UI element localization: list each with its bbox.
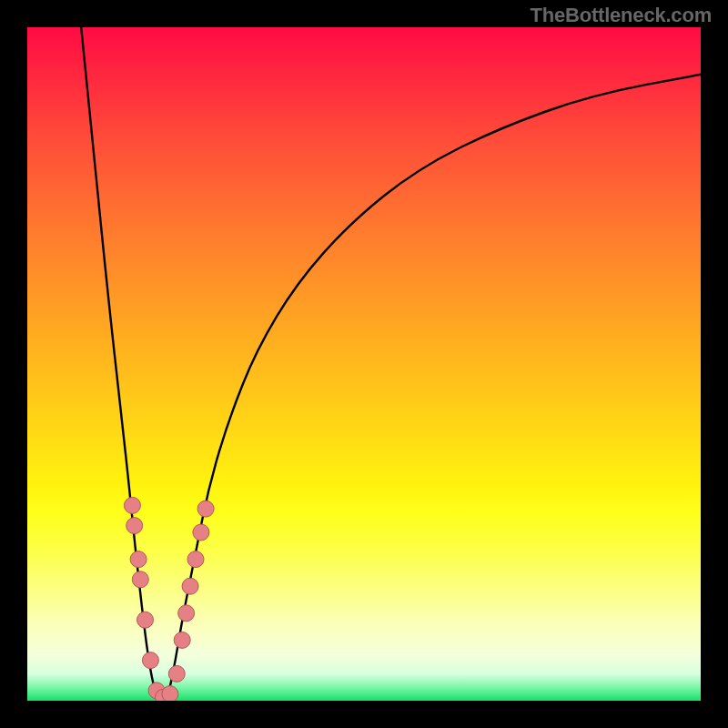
watermark-text: TheBottleneck.com (530, 4, 712, 27)
data-dot (178, 605, 195, 622)
data-dot (124, 497, 140, 513)
data-dot (162, 686, 178, 701)
data-dot (132, 571, 148, 588)
curve-path (81, 27, 701, 699)
data-dot (168, 665, 185, 682)
data-dot (130, 551, 147, 568)
plot-area (27, 27, 701, 701)
data-dot (174, 632, 190, 648)
data-dot (126, 518, 143, 534)
data-dot (197, 500, 214, 517)
data-dot (193, 524, 209, 541)
data-dot (182, 578, 198, 594)
data-dots (124, 497, 214, 701)
curve-layer (27, 27, 701, 701)
chart-frame: TheBottleneck.com (0, 0, 728, 728)
data-dot (137, 612, 154, 628)
data-dot (187, 551, 204, 568)
bottleneck-curve (81, 27, 701, 699)
data-dot (142, 652, 158, 669)
